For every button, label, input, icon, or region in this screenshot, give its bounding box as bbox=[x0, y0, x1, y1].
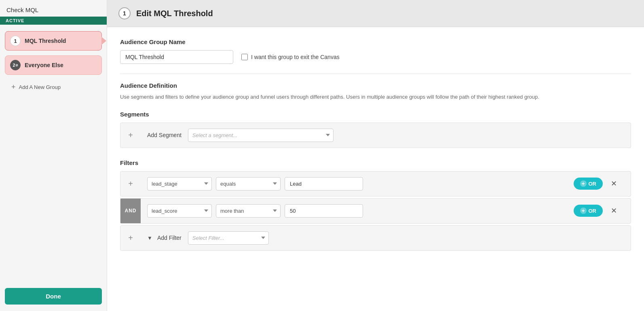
add-filter-plus-icon: + bbox=[120, 226, 141, 250]
done-button[interactable]: Done bbox=[5, 288, 102, 305]
add-segment-content: Add Segment Select a segment... bbox=[141, 123, 631, 148]
sidebar-group-1[interactable]: 1 MQL Threshold bbox=[5, 31, 102, 51]
exit-canvas-checkbox[interactable] bbox=[241, 54, 248, 60]
filter-2-actions: + OR ✕ bbox=[574, 205, 625, 217]
filter-row-1-content: lead_stage equals + OR ✕ bbox=[141, 171, 631, 196]
add-segment-row: + Add Segment Select a segment... bbox=[120, 123, 631, 148]
audience-def-title: Audience Definition bbox=[120, 82, 631, 89]
group-1-number: 1 bbox=[10, 36, 21, 46]
filters-section: Filters + lead_stage equals + OR bbox=[120, 159, 631, 251]
add-group-label: Add A New Group bbox=[19, 84, 61, 90]
filter-2-remove-button[interactable]: ✕ bbox=[607, 205, 621, 217]
filter-funnel-icon: ▼ bbox=[147, 235, 152, 241]
group-2-label: Everyone Else bbox=[25, 62, 63, 68]
main-header: 1 Edit MQL Threshold bbox=[107, 0, 644, 27]
group-1-label: MQL Threshold bbox=[25, 38, 66, 44]
main-header-title: Edit MQL Threshold bbox=[136, 9, 213, 18]
filter-row-1-connector: + bbox=[120, 171, 141, 196]
audience-def-desc: Use segments and filters to define your … bbox=[120, 93, 565, 101]
filter-row-1: + lead_stage equals + OR ✕ bbox=[120, 171, 631, 197]
filter-1-remove-button[interactable]: ✕ bbox=[607, 178, 621, 190]
filter-select[interactable]: Select Filter... bbox=[188, 231, 269, 245]
segment-select[interactable]: Select a segment... bbox=[188, 129, 334, 142]
or-label: OR bbox=[589, 181, 597, 187]
add-segment-label: Add Segment bbox=[147, 132, 182, 138]
active-badge: ACTIVE bbox=[0, 17, 107, 25]
group-2-number: 2⊘ bbox=[10, 60, 21, 70]
filter-row-2-content: lead_score more than + OR ✕ bbox=[141, 199, 631, 223]
main-content: 1 Edit MQL Threshold Audience Group Name… bbox=[107, 0, 644, 311]
audience-group-section-label: Audience Group Name bbox=[120, 38, 631, 45]
group-1-arrow bbox=[101, 37, 106, 45]
group-name-input[interactable] bbox=[120, 50, 233, 64]
filter-2-field-select[interactable]: lead_score bbox=[147, 204, 212, 218]
or-plus-icon: + bbox=[580, 180, 587, 187]
add-filter-row: + ▼ Add Filter Select Filter... bbox=[120, 225, 631, 251]
sidebar: Check MQL ACTIVE 1 MQL Threshold 2⊘ Ever… bbox=[0, 0, 107, 311]
filters-label: Filters bbox=[120, 159, 631, 166]
or-2-plus-icon: + bbox=[580, 207, 587, 214]
segments-label: Segments bbox=[120, 111, 631, 118]
filter-1-field-select[interactable]: lead_stage bbox=[147, 177, 212, 190]
filter-1-or-button[interactable]: + OR bbox=[574, 178, 603, 190]
filter-row-2: AND lead_score more than + OR ✕ bbox=[120, 198, 631, 224]
group-name-row: I want this group to exit the Canvas bbox=[120, 50, 631, 64]
add-segment-plus-icon: + bbox=[120, 123, 141, 148]
filter-1-actions: + OR ✕ bbox=[574, 178, 625, 190]
filter-row-2-and-connector: AND bbox=[120, 199, 141, 223]
filter-2-value-input[interactable] bbox=[285, 204, 363, 218]
or-2-label: OR bbox=[589, 208, 597, 214]
add-filter-label: Add Filter bbox=[157, 235, 182, 241]
add-new-group-button[interactable]: + Add A New Group bbox=[5, 79, 102, 95]
exit-canvas-checkbox-label[interactable]: I want this group to exit the Canvas bbox=[241, 54, 340, 60]
divider-1 bbox=[120, 74, 631, 74]
add-group-icon: + bbox=[11, 83, 16, 91]
sidebar-title: Check MQL bbox=[0, 0, 107, 17]
add-filter-content: ▼ Add Filter Select Filter... bbox=[141, 226, 631, 250]
filter-1-operator-select[interactable]: equals bbox=[216, 177, 281, 190]
main-body: Audience Group Name I want this group to… bbox=[107, 27, 644, 311]
step-number: 1 bbox=[118, 7, 131, 19]
filter-2-or-button[interactable]: + OR bbox=[574, 205, 603, 217]
filter-2-operator-select[interactable]: more than bbox=[216, 204, 281, 218]
filter-1-value-input[interactable] bbox=[285, 177, 363, 190]
segments-section: Segments + Add Segment Select a segment.… bbox=[120, 111, 631, 148]
exit-canvas-label: I want this group to exit the Canvas bbox=[251, 54, 340, 60]
sidebar-group-2[interactable]: 2⊘ Everyone Else bbox=[5, 55, 102, 75]
